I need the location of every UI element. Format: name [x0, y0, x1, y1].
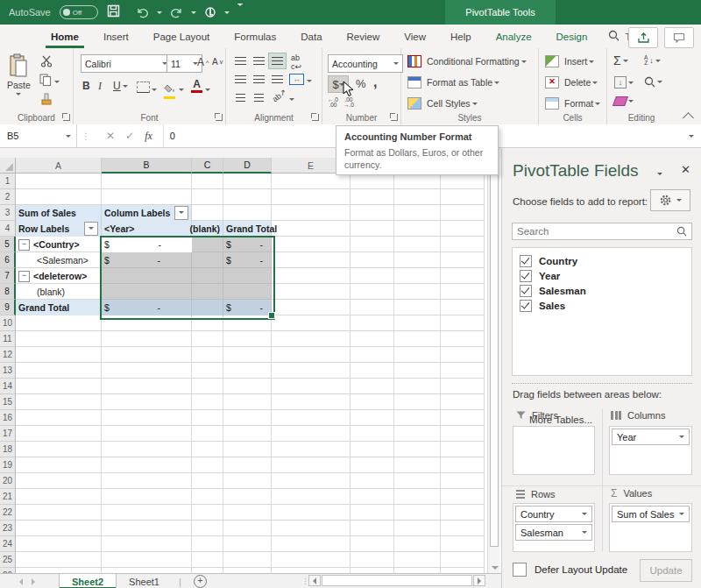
- cell-B9[interactable]: $-: [102, 300, 192, 315]
- collapse-icon[interactable]: −: [18, 271, 30, 282]
- cell-D9[interactable]: $-: [223, 300, 272, 315]
- cell-C8[interactable]: [192, 284, 223, 300]
- collapse-icon[interactable]: −: [18, 239, 30, 251]
- insert-cells-button[interactable]: Insert: [545, 55, 594, 67]
- add-sheet-icon[interactable]: +: [194, 575, 207, 588]
- row-header-13[interactable]: 13: [0, 363, 16, 379]
- align-right-icon[interactable]: [268, 71, 287, 88]
- cell-D4[interactable]: Grand Total: [223, 221, 272, 237]
- increase-indent-icon[interactable]: [250, 89, 268, 106]
- share-button[interactable]: [628, 27, 658, 48]
- horizontal-scrollbar[interactable]: [322, 575, 472, 586]
- borders-icon[interactable]: [137, 81, 150, 93]
- font-color-icon[interactable]: A: [191, 78, 202, 93]
- values-area-box[interactable]: Sum of Sales: [609, 503, 692, 552]
- row-header-25[interactable]: 25: [0, 552, 16, 568]
- borders-dropdown-icon[interactable]: [152, 89, 157, 94]
- italic-button[interactable]: I: [98, 80, 102, 93]
- cut-button[interactable]: [40, 55, 54, 71]
- row-header-4[interactable]: 4: [0, 221, 16, 237]
- field-dropdown-icon[interactable]: [582, 513, 587, 518]
- row-header-1[interactable]: 1: [0, 174, 16, 189]
- tools-button[interactable]: [650, 189, 690, 211]
- clear-button[interactable]: [614, 96, 634, 106]
- row-header-21[interactable]: 21: [0, 489, 16, 505]
- percent-style-button[interactable]: %: [356, 77, 366, 90]
- vertical-scrollbar[interactable]: [487, 158, 500, 573]
- number-dialog-launcher-icon[interactable]: [391, 114, 398, 121]
- middle-align-icon[interactable]: [250, 53, 268, 69]
- row-header-7[interactable]: 7: [0, 268, 16, 284]
- scroll-down-icon[interactable]: [492, 566, 499, 570]
- cell-C7[interactable]: [192, 268, 223, 284]
- tab-insert[interactable]: Insert: [102, 27, 131, 46]
- row-header-11[interactable]: 11: [0, 331, 16, 347]
- format-as-table-button[interactable]: Format as Table: [407, 76, 499, 89]
- undo-icon[interactable]: [136, 7, 149, 18]
- columns-area-box[interactable]: Year: [609, 426, 692, 475]
- select-all-corner[interactable]: [0, 158, 16, 174]
- decrease-indent-icon[interactable]: [231, 89, 250, 106]
- qat-customize-icon[interactable]: [237, 4, 243, 22]
- touch-mode-icon[interactable]: [204, 6, 216, 19]
- filter-dropdown-icon[interactable]: [174, 206, 188, 220]
- pane-options-icon[interactable]: [657, 173, 662, 178]
- row-header-14[interactable]: 14: [0, 379, 16, 394]
- insert-function-icon[interactable]: fx: [145, 130, 152, 143]
- column-header-B[interactable]: B: [102, 158, 192, 174]
- cell-C9[interactable]: [192, 300, 223, 315]
- field-checkbox-country[interactable]: [520, 255, 532, 267]
- field-checkbox-year[interactable]: [520, 270, 532, 282]
- field-checkbox-salesman[interactable]: [520, 285, 532, 297]
- cell-B3[interactable]: Column Labels: [102, 205, 192, 221]
- cell-B7[interactable]: [102, 268, 192, 284]
- cell-C5[interactable]: [192, 237, 223, 252]
- delete-cells-button[interactable]: ✕Delete: [545, 76, 598, 89]
- area-field-sum-of-sales[interactable]: Sum of Sales: [612, 506, 690, 522]
- top-align-icon[interactable]: [231, 53, 250, 69]
- format-painter-button[interactable]: [40, 92, 54, 110]
- number-format-combo[interactable]: Accounting: [328, 54, 403, 73]
- row-header-23[interactable]: 23: [0, 521, 16, 536]
- row-header-12[interactable]: 12: [0, 347, 16, 363]
- row-header-6[interactable]: 6: [0, 252, 16, 268]
- autosave-toggle[interactable]: Off: [60, 5, 98, 19]
- font-dialog-launcher-icon[interactable]: [216, 114, 223, 121]
- row-header-19[interactable]: 19: [0, 457, 16, 473]
- sort-filter-button[interactable]: AZ↓: [644, 55, 661, 66]
- field-item-salesman[interactable]: Salesman: [520, 285, 586, 297]
- row-header-9[interactable]: 9: [0, 300, 16, 315]
- sheet-tab-sheet1[interactable]: Sheet1: [117, 574, 172, 588]
- cell-D8[interactable]: [223, 284, 272, 300]
- cell-D6[interactable]: $-: [223, 252, 272, 268]
- formula-bar-splitter[interactable]: ⋮: [77, 131, 96, 141]
- row-header-22[interactable]: 22: [0, 505, 16, 521]
- center-icon[interactable]: [250, 71, 268, 88]
- area-field-salesman[interactable]: Salesman: [515, 524, 592, 541]
- filter-dropdown-icon[interactable]: [84, 222, 98, 236]
- paste-button[interactable]: Paste: [7, 53, 31, 98]
- align-left-icon[interactable]: [231, 71, 250, 88]
- redo-icon[interactable]: [170, 7, 183, 18]
- row-header-5[interactable]: 5: [0, 237, 16, 252]
- font-color-dropdown-icon[interactable]: [205, 89, 210, 94]
- cell-A4[interactable]: Row Labels: [16, 221, 102, 237]
- fill-button[interactable]: ↓: [614, 76, 634, 89]
- column-header-C[interactable]: C: [192, 158, 223, 174]
- orientation-dropdown-icon[interactable]: [289, 98, 294, 103]
- fill-color-dropdown-icon[interactable]: [179, 89, 184, 94]
- tab-review[interactable]: Review: [345, 27, 382, 46]
- tab-analyze[interactable]: Analyze: [494, 27, 534, 46]
- touch-mode-dropdown-icon[interactable]: [224, 11, 230, 17]
- tab-help[interactable]: Help: [449, 27, 473, 46]
- column-header-D[interactable]: D: [223, 158, 272, 174]
- field-dropdown-icon[interactable]: [582, 531, 587, 536]
- row-header-18[interactable]: 18: [0, 442, 16, 457]
- copy-button[interactable]: [39, 73, 53, 90]
- tab-home[interactable]: Home: [49, 27, 81, 46]
- cell-B4[interactable]: <Year>: [102, 221, 192, 237]
- cancel-icon[interactable]: ✕: [106, 130, 115, 142]
- row-header-24[interactable]: 24: [0, 536, 16, 552]
- tab-data[interactable]: Data: [299, 27, 323, 46]
- cell-C6[interactable]: [192, 252, 223, 268]
